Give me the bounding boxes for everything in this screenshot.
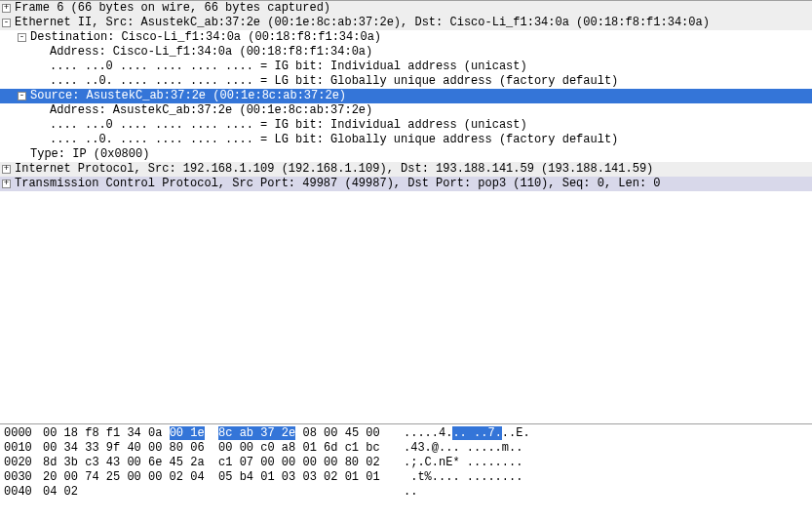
expand-icon[interactable]: + xyxy=(2,180,11,188)
spacer xyxy=(37,121,46,130)
type-text: Type: IP (0x0800) xyxy=(30,147,149,162)
hex-bytes: 8d 3b c3 43 00 6e 45 2a c1 07 00 00 00 0… xyxy=(43,456,404,470)
ip-summary-row[interactable]: + Internet Protocol, Src: 192.168.1.109 … xyxy=(0,162,812,177)
hex-ascii: .....4... ..7...E. xyxy=(404,426,530,441)
tcp-summary-row[interactable]: + Transmission Control Protocol, Src Por… xyxy=(0,177,812,191)
hex-offset: 0040 xyxy=(4,485,43,500)
spacer xyxy=(37,77,46,86)
source-ig-bit-row[interactable]: .... ...0 .... .... .... .... = IG bit: … xyxy=(0,118,812,133)
expand-icon[interactable]: + xyxy=(2,165,11,174)
ethernet-summary-text: Ethernet II, Src: AsustekC_ab:37:2e (00:… xyxy=(15,16,710,30)
source-ig-bit-text: .... ...0 .... .... .... .... = IG bit: … xyxy=(50,118,527,133)
hex-ascii: .. xyxy=(404,485,417,500)
spacer xyxy=(37,106,46,115)
source-address-row[interactable]: Address: AsustekC_ab:37:2e (00:1e:8c:ab:… xyxy=(0,103,812,118)
source-lg-bit-text: .... ..0. .... .... .... .... = LG bit: … xyxy=(50,133,618,147)
packet-details-pane[interactable]: + Frame 6 (66 bytes on wire, 66 bytes ca… xyxy=(0,0,812,424)
frame-summary-row[interactable]: + Frame 6 (66 bytes on wire, 66 bytes ca… xyxy=(0,1,812,16)
hex-bytes: 04 02 xyxy=(43,485,404,500)
spacer xyxy=(37,62,46,71)
tcp-summary-text: Transmission Control Protocol, Src Port:… xyxy=(15,177,661,191)
hex-bytes: 00 18 f8 f1 34 0a 00 1e 8c ab 37 2e 08 0… xyxy=(43,426,404,441)
ip-summary-text: Internet Protocol, Src: 192.168.1.109 (1… xyxy=(15,162,653,177)
source-summary-text: Source: AsustekC_ab:37:2e (00:1e:8c:ab:3… xyxy=(30,89,346,103)
destination-lg-bit-text: .... ..0. .... .... .... .... = LG bit: … xyxy=(50,74,618,89)
spacer xyxy=(37,136,46,144)
collapse-icon[interactable]: - xyxy=(2,19,11,27)
spacer xyxy=(37,48,46,57)
hex-ascii: .43.@... .....m.. xyxy=(404,441,522,456)
hex-bytes: 00 34 33 9f 40 00 80 06 00 00 c0 a8 01 6… xyxy=(43,441,404,456)
type-row[interactable]: Type: IP (0x0800) xyxy=(0,147,812,162)
collapse-icon[interactable]: - xyxy=(18,92,26,100)
destination-address-row[interactable]: Address: Cisco-Li_f1:34:0a (00:18:f8:f1:… xyxy=(0,45,812,60)
collapse-icon[interactable]: - xyxy=(18,33,26,42)
hex-row[interactable]: 0010 00 34 33 9f 40 00 80 06 00 00 c0 a8… xyxy=(4,441,808,456)
destination-summary-text: Destination: Cisco-Li_f1:34:0a (00:18:f8… xyxy=(30,30,381,45)
hex-offset: 0000 xyxy=(4,426,43,441)
hex-row[interactable]: 0000 00 18 f8 f1 34 0a 00 1e 8c ab 37 2e… xyxy=(4,426,808,441)
ethernet-summary-row[interactable]: - Ethernet II, Src: AsustekC_ab:37:2e (0… xyxy=(0,16,812,30)
hex-offset: 0030 xyxy=(4,470,43,485)
hex-row[interactable]: 0020 8d 3b c3 43 00 6e 45 2a c1 07 00 00… xyxy=(4,456,808,470)
destination-ig-bit-text: .... ...0 .... .... .... .... = IG bit: … xyxy=(50,60,527,74)
source-lg-bit-row[interactable]: .... ..0. .... .... .... .... = LG bit: … xyxy=(0,133,812,147)
hex-row[interactable]: 0040 04 02 .. xyxy=(4,485,808,500)
hex-offset: 0020 xyxy=(4,456,43,470)
hex-offset: 0010 xyxy=(4,441,43,456)
hex-row[interactable]: 0030 20 00 74 25 00 00 02 04 05 b4 01 03… xyxy=(4,470,808,485)
hex-ascii: .;.C.nE* ........ xyxy=(404,456,522,470)
hex-bytes: 20 00 74 25 00 00 02 04 05 b4 01 03 03 0… xyxy=(43,470,404,485)
destination-ig-bit-row[interactable]: .... ...0 .... .... .... .... = IG bit: … xyxy=(0,60,812,74)
expand-icon[interactable]: + xyxy=(2,4,11,13)
spacer xyxy=(18,150,26,159)
destination-address-text: Address: Cisco-Li_f1:34:0a (00:18:f8:f1:… xyxy=(50,45,372,60)
hex-dump-pane[interactable]: 0000 00 18 f8 f1 34 0a 00 1e 8c ab 37 2e… xyxy=(0,424,812,522)
source-summary-row[interactable]: - Source: AsustekC_ab:37:2e (00:1e:8c:ab… xyxy=(0,89,812,103)
frame-summary-text: Frame 6 (66 bytes on wire, 66 bytes capt… xyxy=(15,1,330,16)
destination-summary-row[interactable]: - Destination: Cisco-Li_f1:34:0a (00:18:… xyxy=(0,30,812,45)
destination-lg-bit-row[interactable]: .... ..0. .... .... .... .... = LG bit: … xyxy=(0,74,812,89)
source-address-text: Address: AsustekC_ab:37:2e (00:1e:8c:ab:… xyxy=(50,103,372,118)
hex-ascii: .t%.... ........ xyxy=(404,470,522,485)
